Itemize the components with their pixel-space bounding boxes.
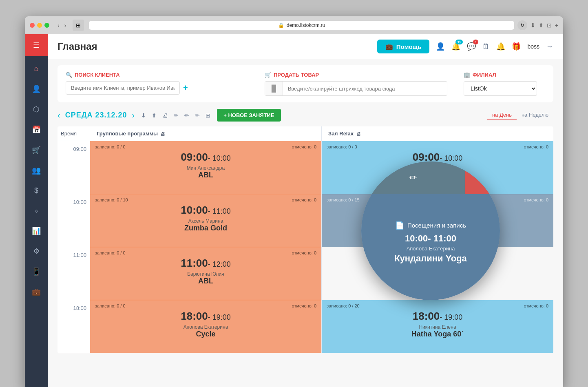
marked-label: отмечено: 0: [524, 197, 549, 202]
top-actions-panel: 🔍 ПОИСК КЛИЕНТА + 🛒: [57, 65, 553, 102]
app-header: Главная 💼 Помощь 👤 🔔 19: [48, 34, 563, 59]
session-cell-group-11[interactable]: записано: 0 / 0 отмечено: 0 11:00- 12:00…: [90, 247, 322, 300]
barcode-icon: ▐▌: [265, 82, 283, 95]
page-title: Главная: [57, 41, 97, 52]
gift-icon[interactable]: 🎁: [512, 42, 521, 51]
hamburger-icon: ☰: [33, 41, 40, 50]
fullscreen-icon[interactable]: ⊡: [547, 22, 552, 29]
print-tool[interactable]: 🖨: [161, 111, 170, 119]
settings-icon: ⚙: [33, 247, 40, 256]
edit-tool-1[interactable]: ✏: [172, 111, 180, 119]
profile-icon[interactable]: 👤: [436, 42, 445, 51]
next-day-button[interactable]: ›: [132, 111, 135, 120]
sidebar-item-reports[interactable]: 📊: [25, 221, 48, 240]
export-tool-2[interactable]: ⬆: [150, 111, 158, 119]
time-cell-09: 09:00: [57, 141, 90, 194]
session-cell-group-10[interactable]: записано: 0 / 10 отмечено: 0 10:00- 11:0…: [90, 194, 322, 247]
sidebar-item-home[interactable]: ⌂: [25, 60, 48, 78]
session-trainer: Аксель Марина: [95, 218, 316, 224]
username-display: boss: [527, 43, 539, 50]
business-icon: 💼: [32, 287, 41, 296]
marked-label: отмечено: 0: [292, 250, 317, 255]
sidebar-item-products[interactable]: ⬡: [25, 100, 48, 119]
session-popup: ✏ ✕ 📄: [361, 161, 500, 300]
grid-tool[interactable]: ⊞: [204, 111, 212, 119]
sidebar-item-clients[interactable]: 👤: [25, 80, 48, 98]
close-button[interactable]: [30, 23, 35, 28]
popup-session-trainer: Аполова Екатерина: [407, 245, 455, 252]
session-time: 18:00- 19:00: [327, 310, 548, 323]
session-name: Hatha Yoga 60`: [327, 330, 548, 338]
edit-tool-3[interactable]: ✏: [193, 111, 201, 119]
logout-button[interactable]: →: [546, 42, 553, 51]
session-time: 18:00- 19:00: [95, 310, 316, 323]
back-button[interactable]: ‹: [56, 21, 61, 29]
calendar-date: СРЕДА 23.12.20: [65, 111, 127, 119]
add-client-button[interactable]: +: [183, 83, 188, 93]
sidebar-item-settings[interactable]: ⚙: [25, 242, 48, 261]
session-name: ABL: [95, 277, 316, 285]
share-icon[interactable]: ⬆: [539, 22, 544, 29]
reload-icon[interactable]: ↻: [520, 22, 524, 28]
messages-icon[interactable]: 💬 1: [467, 42, 476, 51]
export-tool-1[interactable]: ⬇: [139, 111, 148, 119]
sidebar-item-shop[interactable]: 🛒: [25, 141, 48, 159]
briefcase-icon: 💼: [385, 43, 393, 50]
schedule-table: Время Групповые программы 🖨 Зал Relax 🖨: [57, 126, 553, 353]
session-cell-group-09[interactable]: записано: 0 / 0 отмечено: 0 09:00- 10:00…: [90, 141, 322, 194]
time-cell-10: 10:00: [57, 194, 90, 247]
minimize-button[interactable]: [37, 23, 42, 28]
session-cell-group-18[interactable]: записано: 0 / 0 отмечено: 0 18:00- 19:00…: [90, 300, 322, 353]
branch-select[interactable]: ListOk: [464, 81, 537, 96]
edit-tool-2[interactable]: ✏: [183, 111, 191, 119]
forward-button[interactable]: ›: [63, 21, 68, 29]
search-label-icon: 🔍: [66, 72, 72, 78]
notifications-icon[interactable]: 🔔 19: [451, 42, 460, 51]
sidebar-item-finance[interactable]: $: [25, 181, 48, 200]
sidebar-item-schedule[interactable]: 📅: [25, 120, 48, 139]
popup-attend-row: 📄 Посещения и запись: [395, 221, 466, 230]
recorded-label: записано: 0 / 0: [327, 144, 357, 149]
new-tab-icon[interactable]: +: [555, 22, 558, 29]
bell-icon[interactable]: 🔔: [496, 42, 505, 51]
notifications-badge: 19: [455, 40, 463, 44]
popup-session-name: Кундалини Yoga: [394, 253, 467, 264]
branch-label-text: ФИЛИАЛ: [473, 72, 496, 78]
sidebar: ☰ ⌂ 👤 ⬡ 📅 🛒: [25, 34, 48, 387]
sidebar-item-business[interactable]: 💼: [25, 283, 48, 301]
calendar-icon[interactable]: 🗓: [482, 42, 490, 51]
url-bar: demo.listokcrm.ru: [287, 22, 325, 28]
popup-attend-label: Посещения и запись: [407, 222, 466, 229]
sidebar-item-filter[interactable]: ⬦: [25, 201, 48, 220]
session-time: 10:00- 11:00: [95, 204, 316, 217]
hamburger-button[interactable]: ☰: [25, 34, 48, 56]
lock-icon: 🔒: [278, 22, 284, 28]
new-session-button[interactable]: + НОВОЕ ЗАНЯТИЕ: [217, 109, 281, 122]
mobile-icon: 📱: [32, 267, 41, 276]
sidebar-item-staff[interactable]: 👥: [25, 161, 48, 180]
view-week-button[interactable]: на Неделю: [517, 110, 553, 120]
sidebar-item-mobile[interactable]: 📱: [25, 262, 48, 281]
session-cell-relax-18[interactable]: записано: 0 / 20 отмечено: 0 18:00- 19:0…: [322, 300, 553, 353]
print-group-icon[interactable]: 🖨: [160, 131, 165, 137]
client-search-input[interactable]: [66, 81, 180, 95]
help-button[interactable]: 💼 Помощь: [377, 40, 430, 53]
sell-product-group: 🛒 ПРОДАТЬ ТОВАР ▐▌: [265, 72, 447, 96]
prev-day-button[interactable]: ‹: [57, 111, 60, 120]
table-row: 10:00 записано: 0 / 10 отмечено: 0 10:00…: [57, 194, 553, 247]
session-time: 11:00- 12:00: [95, 257, 316, 270]
session-trainer: Мин Александра: [95, 165, 316, 171]
marked-label: отмечено: 0: [292, 197, 317, 202]
print-relax-icon[interactable]: 🖨: [356, 131, 361, 137]
sell-input[interactable]: [283, 82, 405, 95]
session-cell-relax-10[interactable]: записано: 0 / 15 отмечено: 0 10:00- 11:0…: [322, 194, 553, 247]
maximize-button[interactable]: [44, 23, 49, 28]
view-day-button[interactable]: на День: [487, 110, 517, 120]
time-cell-11: 11:00: [57, 247, 90, 300]
download-icon[interactable]: ⬇: [531, 22, 535, 29]
recorded-label: записано: 0 / 15: [327, 197, 360, 202]
marked-label: отмечено: 0: [292, 144, 317, 149]
session-trainer: Аполова Екатерина: [95, 324, 316, 330]
recorded-label: записано: 0 / 0: [95, 250, 126, 255]
marked-label: отмечено: 0: [524, 144, 549, 149]
